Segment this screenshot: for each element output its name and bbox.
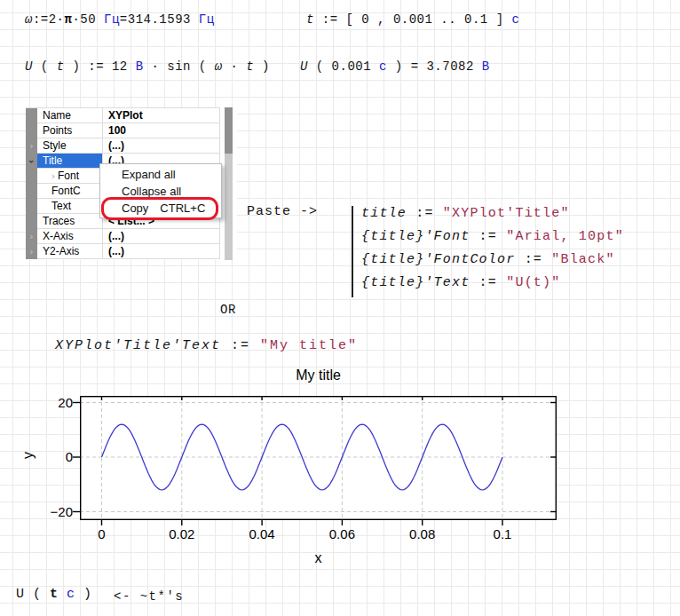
math-token: "My title" bbox=[260, 338, 358, 353]
panel-scrollbar[interactable] bbox=[225, 107, 233, 260]
math-region-u-def[interactable]: U ( t ) := 12 В · sin ( ω · t ) bbox=[25, 59, 270, 74]
panel-scrollbar-thumb[interactable] bbox=[225, 107, 233, 154]
expand-chevron-icon[interactable]: › bbox=[26, 138, 37, 154]
code-line-fontcolor[interactable]: {title}'FontColor := "Black" bbox=[361, 252, 615, 267]
property-value[interactable]: (...) bbox=[102, 138, 219, 153]
math-token: Гц bbox=[199, 12, 215, 27]
math-token: {title}'FontColor bbox=[361, 252, 515, 267]
x-axis-label: x bbox=[80, 550, 557, 566]
plot-background bbox=[80, 396, 557, 520]
row-strip bbox=[26, 199, 37, 214]
math-token: t bbox=[306, 12, 314, 27]
math-token: "Arial, 10pt" bbox=[506, 229, 624, 244]
property-row-x-axis[interactable]: ›X-Axis(...) bbox=[26, 229, 220, 244]
x-tick-label: 0.1 bbox=[476, 526, 529, 541]
y-tick-label: 20 bbox=[27, 395, 73, 410]
math-token: ) bbox=[254, 59, 270, 74]
property-name: Font bbox=[58, 170, 79, 182]
chevron-right-icon: › bbox=[30, 233, 34, 241]
menu-item-copy[interactable]: Copy CTRL+C bbox=[100, 200, 221, 217]
or-label: OR bbox=[220, 303, 236, 317]
menu-item-label: Expand all bbox=[122, 168, 176, 181]
x-tick-label: 0 bbox=[75, 526, 129, 541]
property-value[interactable]: XYPlot bbox=[102, 108, 219, 122]
x-tick-label: 0.06 bbox=[315, 526, 368, 541]
math-token: Гц bbox=[104, 12, 120, 27]
property-value[interactable]: (...) bbox=[102, 244, 219, 258]
property-name: X-Axis bbox=[43, 230, 74, 242]
property-value[interactable]: (...) bbox=[102, 229, 219, 243]
row-strip bbox=[26, 123, 37, 138]
context-menu: Expand all Collapse all Copy CTRL+C bbox=[99, 163, 222, 218]
collapse-chevron-icon[interactable]: › bbox=[26, 154, 37, 169]
math-token: "U(t)" bbox=[506, 275, 560, 290]
math-token: := bbox=[515, 252, 551, 267]
chevron-right-icon: › bbox=[30, 142, 34, 151]
property-row-y2-axis[interactable]: ›Y2-Axis(...) bbox=[26, 244, 220, 259]
x-tick-label: 0.08 bbox=[396, 526, 449, 541]
math-token: := bbox=[221, 338, 260, 353]
property-value[interactable]: 100 bbox=[102, 123, 219, 138]
math-token: U bbox=[25, 59, 33, 74]
bottom-note[interactable]: <- ~t*'s bbox=[114, 589, 184, 604]
math-token: ) = 3.7082 bbox=[387, 59, 482, 74]
code-line-title[interactable]: title := "XYPlot'Title" bbox=[361, 206, 570, 221]
property-row-points[interactable]: Points100 bbox=[26, 123, 220, 138]
chevron-down-icon: › bbox=[28, 159, 36, 162]
bottom-expression[interactable]: U ( t с ) bbox=[16, 587, 92, 602]
y-tick-label: 0 bbox=[27, 449, 73, 464]
math-token: с bbox=[67, 587, 75, 602]
math-token: В bbox=[136, 59, 144, 74]
math-token: ·50 bbox=[72, 12, 104, 27]
property-name: Text bbox=[51, 200, 71, 212]
paste-label[interactable]: Paste -> bbox=[247, 204, 318, 219]
property-row-style[interactable]: ›Style(...) bbox=[26, 138, 220, 154]
math-token: U ( bbox=[16, 587, 50, 602]
math-token: XYPlot'Title'Text bbox=[55, 338, 221, 353]
plot-canvas[interactable] bbox=[80, 396, 557, 520]
math-token: U bbox=[300, 59, 308, 74]
math-token: {title}'Text bbox=[361, 275, 470, 290]
math-token: · bbox=[223, 59, 247, 74]
title-assignment-region[interactable]: XYPlot'Title'Text := "My title" bbox=[55, 338, 358, 353]
math-token: := [ 0 , 0.001 .. 0.1 ] bbox=[314, 12, 512, 27]
row-strip bbox=[26, 184, 37, 199]
math-token: ) bbox=[75, 587, 92, 602]
expand-chevron-icon[interactable]: › bbox=[26, 244, 37, 259]
property-name: Name bbox=[43, 109, 71, 122]
expand-chevron-icon[interactable]: › bbox=[26, 229, 37, 244]
math-region-u-eval[interactable]: U ( 0.001 с ) = 3.7082 В bbox=[300, 59, 490, 74]
math-token: t bbox=[50, 587, 59, 602]
math-token: t bbox=[246, 59, 254, 74]
x-tick-label: 0.04 bbox=[235, 526, 289, 541]
menu-item-expand-all[interactable]: Expand all bbox=[100, 166, 221, 183]
math-token: := bbox=[407, 206, 443, 221]
code-line-text[interactable]: {title}'Text := "U(t)" bbox=[361, 275, 560, 290]
math-token: ( bbox=[33, 59, 57, 74]
math-token: "Black" bbox=[551, 252, 614, 267]
math-token: ω bbox=[215, 59, 223, 74]
property-name: Title bbox=[43, 154, 62, 167]
property-name: FontC bbox=[51, 185, 81, 197]
math-region-t-range[interactable]: t := [ 0 , 0.001 .. 0.1 ] с bbox=[306, 12, 519, 27]
math-token: ( 0.001 bbox=[308, 59, 379, 74]
math-token: title bbox=[361, 206, 407, 221]
menu-item-label: Copy bbox=[122, 201, 148, 215]
math-token: := bbox=[470, 229, 506, 244]
chevron-right-icon: › bbox=[30, 248, 34, 257]
math-token: с bbox=[511, 12, 519, 27]
math-token: := bbox=[470, 275, 506, 290]
row-strip bbox=[26, 169, 37, 184]
chevron-right-icon[interactable]: › bbox=[51, 171, 55, 181]
menu-item-collapse-all[interactable]: Collapse all bbox=[100, 183, 221, 200]
menu-item-label: Collapse all bbox=[122, 185, 181, 198]
math-token: ) := 12 bbox=[65, 59, 136, 74]
math-token: · sin ( bbox=[144, 59, 215, 74]
property-row-name[interactable]: NameXYPlot bbox=[26, 108, 220, 123]
x-tick-label: 0.02 bbox=[155, 526, 209, 541]
menu-item-shortcut: CTRL+C bbox=[160, 201, 205, 215]
math-region-omega-def[interactable]: ω:=2·π·50 Гц=314.1593 Гц bbox=[25, 12, 215, 27]
property-name: Style bbox=[43, 139, 67, 152]
row-strip bbox=[26, 214, 37, 229]
code-line-font[interactable]: {title}'Font := "Arial, 10pt" bbox=[361, 229, 624, 244]
